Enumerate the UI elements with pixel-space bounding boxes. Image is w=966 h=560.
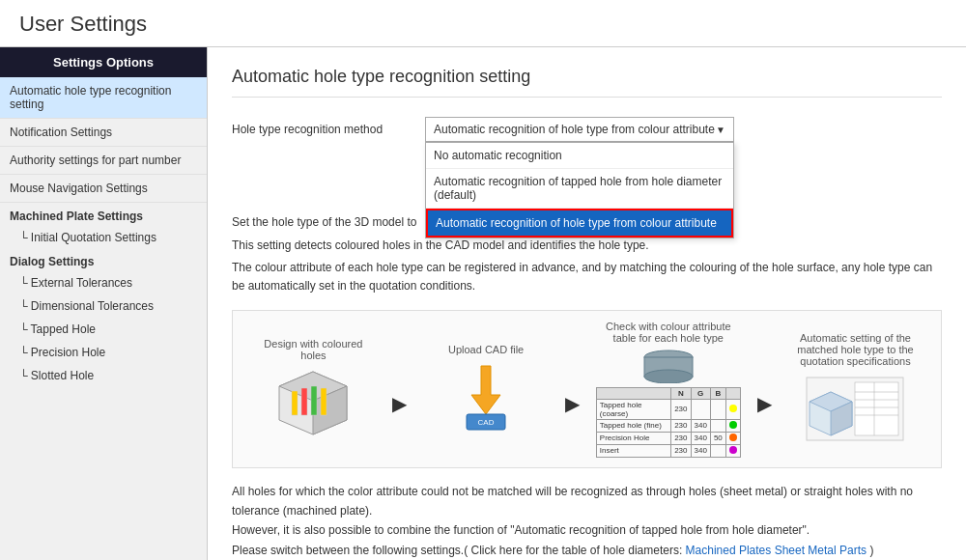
- diagram-step-3-label: Check with colour attribute table for ea…: [596, 321, 741, 344]
- form-control-wrap: Automatic recognition of hole type from …: [425, 117, 942, 142]
- page-header: User Settings: [0, 0, 966, 47]
- diagram-step-1-label: Design with coloured holes: [250, 338, 376, 361]
- content-title: Automatic hole type recognition setting: [232, 67, 942, 98]
- chevron-down-icon: ▼: [716, 125, 725, 135]
- sidebar-dialog-section: Dialog Settings: [0, 249, 207, 271]
- svg-rect-5: [311, 386, 317, 415]
- svg-rect-6: [321, 388, 327, 415]
- sidebar-item-dimensional-tolerances[interactable]: └ Dimensional Tolerances: [0, 294, 207, 318]
- arrow-2: ▶: [565, 392, 580, 415]
- form-row: Hole type recognition method Automatic r…: [232, 117, 942, 142]
- arrow-1: ▶: [392, 392, 407, 415]
- sheet-metal-parts-link[interactable]: Sheet Metal Parts: [775, 544, 867, 557]
- footer-line3: Please switch between the following sett…: [232, 541, 942, 560]
- svg-point-12: [644, 370, 693, 383]
- arrow-3: ▶: [757, 392, 772, 415]
- diagram-step-1: Design with coloured holes: [250, 338, 376, 439]
- svg-rect-3: [292, 391, 298, 415]
- footer-text: All holes for which the color attribute …: [232, 482, 942, 560]
- colour-attr-table: NGB Tapped hole (coarse)230 Tapped hole …: [596, 387, 741, 458]
- sidebar-item-auto-hole[interactable]: Automatic hole type recognition setting: [0, 77, 207, 119]
- sidebar-machined-plate-section: Machined Plate Settings: [0, 203, 207, 226]
- diagram-step-2: Upload CAD file CAD: [423, 344, 549, 434]
- description-line1: This setting detects coloured holes in t…: [232, 237, 942, 255]
- form-label: Hole type recognition method: [232, 117, 425, 136]
- svg-rect-4: [301, 388, 307, 415]
- svg-marker-7: [471, 366, 500, 414]
- main-layout: Settings Options Automatic hole type rec…: [0, 47, 966, 560]
- machined-plates-link[interactable]: Machined Plates: [686, 544, 772, 557]
- sidebar-item-notification[interactable]: Notification Settings: [0, 119, 207, 147]
- hole-type-select[interactable]: Automatic recognition of hole type from …: [425, 117, 734, 142]
- hole-type-dropdown: No automatic recognition Automatic recog…: [425, 142, 734, 238]
- sidebar-item-slotted-hole[interactable]: └ Slotted Hole: [0, 364, 207, 387]
- dropdown-option-auto-colour[interactable]: Automatic recognition of hole type from …: [426, 209, 733, 238]
- main-content: Automatic hole type recognition setting …: [208, 47, 966, 560]
- footer-line3-prefix: Please switch between the following sett…: [232, 544, 686, 557]
- sidebar: Settings Options Automatic hole type rec…: [0, 47, 208, 560]
- sidebar-item-tapped-hole[interactable]: └ Tapped Hole: [0, 318, 207, 341]
- sidebar-header: Settings Options: [0, 47, 207, 77]
- diagram-img-2: CAD: [447, 361, 525, 434]
- diagram-step-4: Automatic setting of the matched hole ty…: [787, 332, 923, 445]
- sidebar-item-mouse-nav[interactable]: Mouse Navigation Settings: [0, 175, 207, 203]
- diagram-step-2-label: Upload CAD file: [448, 344, 524, 355]
- diagram-step-4-label: Automatic setting of the matched hole ty…: [787, 332, 923, 367]
- diagram-step-3: Check with colour attribute table for ea…: [596, 321, 741, 458]
- sidebar-item-precision-hole[interactable]: └ Precision Hole: [0, 341, 207, 364]
- description-box: This setting detects coloured holes in t…: [232, 237, 942, 296]
- diagram-img-4: [802, 373, 908, 445]
- diagram-area: Design with coloured holes ▶: [232, 310, 942, 468]
- footer-line3-suffix: ): [869, 544, 873, 557]
- dropdown-option-auto-tapped[interactable]: Automatic recognition of tapped hole fro…: [426, 169, 733, 209]
- footer-line2: However, it is also possible to combine …: [232, 520, 942, 540]
- diagram-img-3: NGB Tapped hole (coarse)230 Tapped hole …: [596, 350, 741, 458]
- footer-line1: All holes for which the color attribute …: [232, 482, 942, 521]
- description-line2: The colour attribute of each hole type c…: [232, 259, 942, 295]
- dropdown-option-no-auto[interactable]: No automatic recognition: [426, 143, 733, 169]
- page-title: User Settings: [19, 12, 947, 37]
- sidebar-item-external-tolerances[interactable]: └ External Tolerances: [0, 271, 207, 294]
- diagram-img-1: [265, 367, 361, 439]
- sidebar-item-initial-quotation[interactable]: └ Initial Quotation Settings: [0, 226, 207, 249]
- sidebar-item-authority[interactable]: Authority settings for part number: [0, 147, 207, 175]
- svg-text:CAD: CAD: [478, 418, 495, 427]
- svg-rect-14: [855, 382, 898, 435]
- set-hole-label: Set the hole type of the 3D model to: [232, 215, 416, 229]
